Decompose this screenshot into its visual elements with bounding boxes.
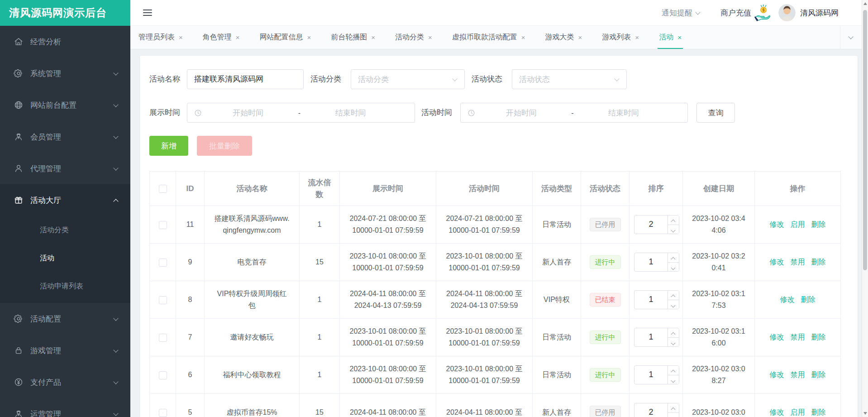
sort-stepper[interactable]: 1 (634, 328, 679, 347)
action-link[interactable]: 修改 (770, 333, 784, 341)
sidebar-item[interactable]: 活动大厅 (0, 184, 130, 216)
row-checkbox[interactable] (159, 296, 167, 304)
page-tab[interactable]: 活动 × (659, 26, 682, 49)
page-tab[interactable]: 活动分类 × (395, 26, 432, 49)
stepper-down-button[interactable] (668, 375, 679, 384)
avatar[interactable] (778, 4, 796, 21)
activity-status-select[interactable]: 活动状态 (512, 69, 627, 89)
sort-stepper[interactable]: 2 (634, 403, 679, 417)
action-link[interactable]: 删除 (811, 333, 826, 341)
row-checkbox[interactable] (159, 371, 167, 379)
row-checkbox[interactable] (159, 259, 167, 267)
select-all-checkbox[interactable] (159, 185, 167, 193)
row-checkbox[interactable] (159, 334, 167, 342)
action-link[interactable]: 修改 (780, 296, 795, 303)
sidebar-item[interactable]: 会员管理 (0, 121, 130, 153)
stepper-up-button[interactable] (668, 253, 679, 263)
tab-close-icon[interactable]: × (521, 34, 525, 41)
page-tab[interactable]: 角色管理 × (203, 26, 240, 49)
tab-close-icon[interactable]: × (179, 34, 183, 41)
action-link[interactable]: 修改 (770, 371, 784, 379)
search-button[interactable]: 查询 (696, 103, 735, 123)
tab-close-icon[interactable]: × (371, 34, 375, 41)
sidebar-item[interactable]: 支付产品 (0, 366, 130, 398)
add-button[interactable]: 新增 (149, 136, 188, 156)
tab-overflow-button[interactable] (840, 26, 862, 49)
action-link[interactable]: 禁用 (791, 258, 805, 266)
sidebar-subitem[interactable]: 活动 (0, 244, 130, 272)
page-tab[interactable]: 游戏列表 × (602, 26, 639, 49)
vertical-scrollbar[interactable] (862, 0, 868, 417)
stepper-down-button[interactable] (668, 338, 679, 347)
activity-category-select[interactable]: 活动分类 (351, 69, 465, 89)
action-link[interactable]: 删除 (801, 296, 816, 303)
sidebar-subitem[interactable]: 活动申请列表 (0, 272, 130, 300)
tab-close-icon[interactable]: × (677, 34, 682, 41)
tab-close-icon[interactable]: × (307, 34, 311, 41)
sort-stepper[interactable]: 1 (634, 365, 679, 384)
action-link[interactable]: 修改 (770, 220, 784, 228)
column-header: ID (176, 172, 205, 206)
page-tab[interactable]: 网站配置信息 × (260, 26, 311, 49)
activity-time-range-picker[interactable]: 开始时间 - 结束时间 (460, 103, 688, 123)
sort-stepper[interactable]: 2 (634, 215, 679, 234)
tab-close-icon[interactable]: × (236, 34, 240, 41)
action-link[interactable]: 删除 (811, 220, 826, 228)
username[interactable]: 清风源码网 (800, 8, 839, 18)
notifications-menu[interactable]: 通知提醒 (662, 8, 701, 18)
page-tab[interactable]: 游戏大类 × (545, 26, 582, 49)
action-link[interactable]: 删除 (811, 408, 826, 416)
row-checkbox[interactable] (159, 221, 167, 229)
sidebar-item[interactable]: 游戏管理 (0, 335, 130, 366)
sidebar-item-label: 支付产品 (30, 377, 114, 388)
show-time-cell: 2024-07-21 08:00:00 至 10000-01-01 07:59:… (340, 206, 436, 244)
action-link[interactable]: 修改 (770, 258, 784, 266)
stepper-down-button[interactable] (668, 413, 679, 417)
tab-label: 角色管理 (203, 33, 232, 42)
action-link[interactable]: 启用 (791, 408, 805, 416)
sort-stepper[interactable]: 1 (634, 253, 679, 272)
tab-close-icon[interactable]: × (578, 34, 582, 41)
action-link[interactable]: 删除 (811, 258, 826, 266)
sidebar-item[interactable]: 活动配置 (0, 303, 130, 335)
stepper-up-button[interactable] (668, 328, 679, 338)
tab-close-icon[interactable]: × (635, 34, 639, 41)
batch-delete-button[interactable]: 批量删除 (197, 136, 252, 156)
sort-stepper[interactable]: 1 (634, 290, 679, 309)
scroll-down-arrow[interactable] (862, 410, 868, 417)
sidebar-item[interactable]: 经营分析 (0, 26, 130, 58)
stepper-up-button[interactable] (668, 216, 679, 225)
menu-toggle-icon[interactable] (143, 10, 152, 16)
chevron-down-icon (615, 77, 620, 82)
action-link[interactable]: 禁用 (791, 333, 805, 341)
sidebar-subitem[interactable]: 活动分类 (0, 216, 130, 244)
action-link[interactable]: 禁用 (791, 371, 805, 379)
sidebar-item[interactable]: 运营管理 (0, 398, 130, 417)
table-row: 7 邀请好友畅玩 1 2023-10-01 08:00:00 至 10000-0… (150, 319, 841, 356)
show-time-range-picker[interactable]: 开始时间 - 结束时间 (187, 103, 415, 123)
stepper-up-button[interactable] (668, 403, 679, 413)
stepper-down-button[interactable] (668, 300, 679, 309)
merchant-recharge-button[interactable]: 商户充值 (720, 4, 772, 22)
action-link[interactable]: 删除 (811, 371, 826, 379)
sidebar-item[interactable]: 网站前台配置 (0, 89, 130, 121)
sidebar-item[interactable]: 系统管理 (0, 58, 130, 89)
type-cell: 日常活动 (533, 356, 581, 394)
scroll-up-arrow[interactable] (862, 0, 868, 7)
page-tab[interactable]: 虚拟币取款活动配置 × (452, 26, 525, 49)
page-tab[interactable]: 管理员列表 × (138, 26, 183, 49)
action-link[interactable]: 启用 (791, 220, 805, 228)
activity-name-input[interactable]: 搭建联系清风源码网 (187, 69, 304, 89)
stepper-down-button[interactable] (668, 263, 679, 272)
action-link[interactable]: 修改 (770, 408, 784, 416)
stepper-down-button[interactable] (668, 225, 679, 234)
sidebar-item[interactable]: 代理管理 (0, 153, 130, 184)
range-separator: - (567, 109, 578, 117)
gear-icon (14, 68, 24, 78)
scrollbar-thumb[interactable] (863, 10, 867, 270)
page-tab[interactable]: 前台轮播图 × (331, 26, 375, 49)
row-checkbox[interactable] (159, 409, 167, 417)
stepper-up-button[interactable] (668, 366, 679, 375)
tab-close-icon[interactable]: × (428, 34, 432, 41)
stepper-up-button[interactable] (668, 291, 679, 300)
